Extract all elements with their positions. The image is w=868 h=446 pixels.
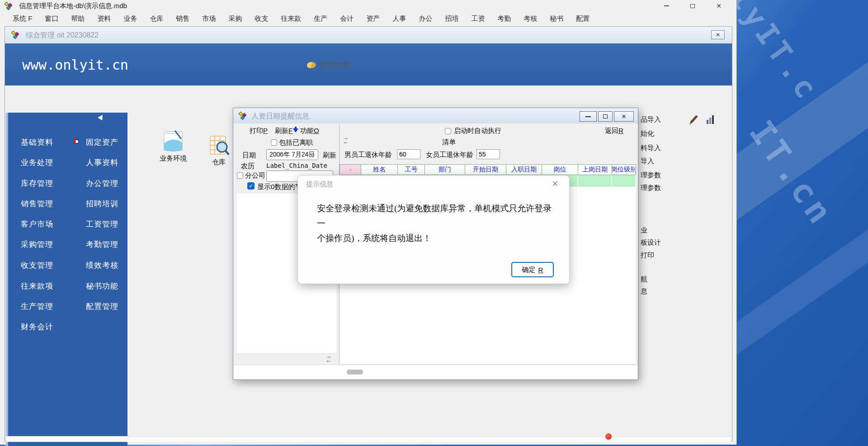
minimize-button[interactable] bbox=[653, 0, 679, 12]
menu-payments[interactable]: 收支 bbox=[248, 13, 274, 25]
sidebar-item-salary[interactable]: 工资管理 bbox=[86, 219, 118, 229]
right-link[interactable]: 始化 bbox=[641, 129, 654, 138]
right-link[interactable]: 息 bbox=[641, 287, 647, 296]
right-link[interactable]: 导入 bbox=[641, 157, 654, 166]
menu-secretary[interactable]: 秘书 bbox=[543, 13, 570, 25]
grid-header-postdate[interactable]: 上岗日期 bbox=[578, 165, 612, 175]
sidebar-item-inventory[interactable]: 库存管理 bbox=[21, 178, 53, 189]
female-retire-input[interactable] bbox=[476, 149, 500, 159]
menu-office[interactable]: 办公 bbox=[412, 13, 439, 25]
refresh-button[interactable]: 刷新 bbox=[323, 151, 336, 160]
grid-header-empno[interactable]: 工号 bbox=[398, 165, 425, 175]
male-retire-input[interactable] bbox=[397, 149, 420, 159]
menu-production[interactable]: 生产 bbox=[307, 13, 334, 25]
grid-header-dash[interactable]: - bbox=[340, 165, 361, 175]
maximize-button[interactable] bbox=[679, 0, 706, 12]
close-button[interactable]: ✕ bbox=[706, 0, 732, 12]
record-icon bbox=[73, 138, 80, 144]
autorun-checkbox[interactable] bbox=[445, 128, 451, 134]
menu-market[interactable]: 市场 bbox=[196, 13, 222, 25]
minimize-icon bbox=[664, 5, 669, 6]
sidebar-item-base-data[interactable]: 基础资料 bbox=[21, 137, 53, 147]
sidebar-item-secretary[interactable]: 秘书功能 bbox=[86, 281, 118, 291]
menu-salary[interactable]: 工资 bbox=[465, 13, 491, 25]
right-link[interactable]: 品导入 bbox=[641, 115, 661, 124]
sidebar-item-sales[interactable]: 销售管理 bbox=[21, 199, 53, 209]
menu-accounts[interactable]: 往来款 bbox=[274, 13, 307, 25]
menu-config[interactable]: 配置 bbox=[570, 13, 596, 25]
menu-hr[interactable]: 人事 bbox=[386, 13, 412, 25]
grid-cell[interactable] bbox=[612, 175, 636, 186]
show-zero-checkbox[interactable]: ✓ bbox=[247, 182, 255, 190]
dialog-maximize-button[interactable] bbox=[598, 111, 613, 122]
sidebar-item-config[interactable]: 配置管理 bbox=[86, 301, 118, 312]
horizontal-scrollbar[interactable] bbox=[6, 436, 731, 442]
branch-checkbox[interactable] bbox=[237, 172, 243, 179]
menu-business[interactable]: 业务 bbox=[117, 13, 143, 25]
menu-help[interactable]: 帮助 bbox=[65, 13, 91, 25]
grid-cell[interactable] bbox=[578, 175, 612, 186]
qq-group-link[interactable]: 交流QQ群 bbox=[307, 61, 350, 69]
dialog-toolbar: 打印P 刷新F 功能O 启动时自动执行 返回R bbox=[233, 125, 638, 137]
sidebar-item-fixed-assets[interactable]: 固定资产 bbox=[86, 137, 118, 147]
refresh-menu-button[interactable]: 刷新F bbox=[275, 127, 292, 135]
menu-system[interactable]: 系统 F bbox=[6, 13, 38, 25]
alert-message-line2: 个操作员)，系统将自动退出！ bbox=[317, 231, 557, 246]
mdi-close-button[interactable]: ✕ bbox=[711, 30, 725, 39]
shortcut-warehouse[interactable]: 仓库 bbox=[204, 134, 234, 166]
grid-header-post[interactable]: 岗位 bbox=[542, 165, 578, 175]
menu-window[interactable]: 窗口 bbox=[38, 13, 65, 25]
back-button[interactable]: 返回R bbox=[605, 127, 623, 135]
grid-header-startdate[interactable]: 开始日期 bbox=[465, 165, 506, 175]
shortcut-business-env[interactable]: 业务环境 bbox=[157, 130, 189, 163]
grid-header-dept[interactable]: 部门 bbox=[425, 165, 465, 175]
dialog-close-button[interactable]: ✕ bbox=[614, 111, 634, 122]
sidebar-item-recruit[interactable]: 招聘培训 bbox=[86, 199, 118, 209]
menu-attendance[interactable]: 考勤 bbox=[491, 13, 517, 25]
menu-data[interactable]: 资料 bbox=[91, 13, 117, 25]
menu-recruit[interactable]: 招培 bbox=[439, 13, 465, 25]
grid-header-name[interactable]: 姓名 bbox=[361, 165, 398, 175]
chart-pin-icon[interactable] bbox=[705, 114, 717, 125]
sidebar-item-attendance[interactable]: 考勤管理 bbox=[86, 239, 118, 250]
date-combobox[interactable]: 2006年 7月24日 bbox=[266, 149, 318, 160]
sidebar-item-hr-data[interactable]: 人事资料 bbox=[86, 157, 118, 168]
ok-button[interactable]: 确定R bbox=[511, 262, 554, 277]
sidebar-item-finance[interactable]: 财务会计 bbox=[21, 322, 53, 332]
right-link[interactable]: 业 bbox=[641, 226, 647, 235]
menu-assets[interactable]: 资产 bbox=[360, 13, 386, 25]
function-menu-button[interactable]: 功能O bbox=[300, 127, 319, 135]
right-link[interactable]: 料导入 bbox=[641, 144, 661, 152]
menu-sales[interactable]: 销售 bbox=[170, 13, 196, 25]
right-link[interactable]: 航 bbox=[641, 275, 647, 284]
grid-header-hiredate[interactable]: 入职日期 bbox=[506, 165, 542, 175]
dialog-minimize-button[interactable] bbox=[580, 111, 597, 122]
include-resigned-checkbox[interactable] bbox=[271, 139, 277, 146]
alert-close-button[interactable]: ✕ bbox=[549, 178, 561, 190]
sidebar-item-appraisal[interactable]: 绩效考核 bbox=[86, 260, 118, 270]
sidebar-item-production[interactable]: 生产管理 bbox=[21, 301, 53, 312]
grid-header-postlevel[interactable]: 岗位级别 bbox=[612, 165, 636, 175]
right-link[interactable]: 理参数 bbox=[641, 184, 661, 192]
scrollbar-thumb[interactable] bbox=[347, 370, 363, 375]
sidebar-item-payments[interactable]: 收支管理 bbox=[21, 260, 53, 270]
edit-pen-icon[interactable] bbox=[689, 114, 700, 125]
menu-warehouse[interactable]: 仓库 bbox=[143, 13, 170, 25]
swap-icon[interactable]: →← bbox=[343, 136, 351, 144]
right-link[interactable]: 打印 bbox=[641, 251, 654, 260]
site-url: www.onlyit.cn bbox=[22, 57, 128, 73]
menu-accounting[interactable]: 会计 bbox=[334, 13, 360, 25]
menu-purchase[interactable]: 采购 bbox=[222, 13, 248, 25]
sidebar-item-office[interactable]: 办公管理 bbox=[86, 178, 118, 189]
print-button[interactable]: 打印P bbox=[250, 127, 268, 135]
sidebar-item-accounts[interactable]: 往来款项 bbox=[21, 281, 53, 291]
sidebar-item-customers[interactable]: 客户市场 bbox=[21, 219, 53, 229]
title-bar: 信息管理平台本地-db\演示信息.mdb ✕ bbox=[0, 0, 736, 12]
sidebar-item-business[interactable]: 业务处理 bbox=[21, 157, 53, 168]
dialog-title: 人资日期提醒信息 bbox=[251, 112, 309, 121]
menu-appraisal[interactable]: 考核 bbox=[517, 13, 543, 25]
sidebar-item-purchase[interactable]: 采购管理 bbox=[21, 239, 53, 250]
swap-icon[interactable]: →← bbox=[326, 355, 334, 363]
right-link[interactable]: 板设计 bbox=[641, 238, 661, 247]
right-link[interactable]: 理参数 bbox=[641, 171, 661, 180]
